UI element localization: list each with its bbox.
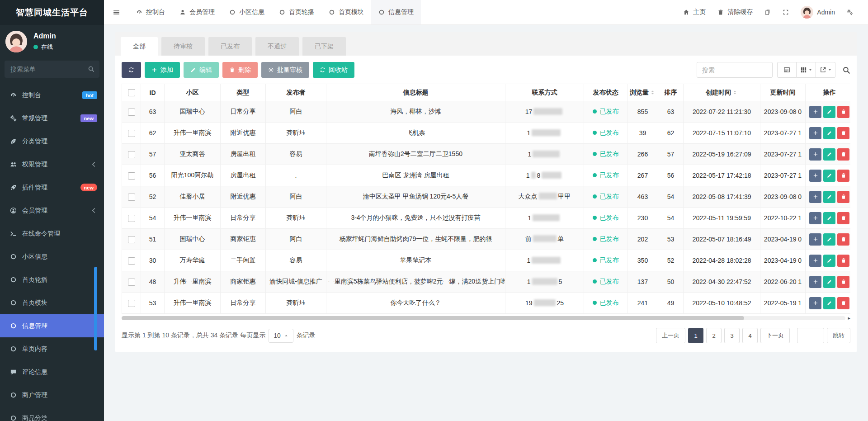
topnav-item-信息管理[interactable]: 信息管理 [371,0,421,24]
sidebar-item-商户管理[interactable]: 商户管理 [0,383,104,407]
row-plus-button[interactable] [809,233,821,246]
row-edit-button[interactable] [823,255,835,267]
row-plus-button[interactable] [809,276,821,288]
row-checkbox[interactable] [128,109,135,116]
fullscreen-button[interactable] [777,0,795,24]
tab-待审核[interactable]: 待审核 [161,37,205,56]
row-plus-button[interactable] [809,191,821,203]
row-del-button[interactable] [837,297,849,309]
header-checkbox[interactable] [128,89,135,96]
row-edit-button[interactable] [823,170,835,182]
row-del-button[interactable] [837,170,849,182]
row-del-button[interactable] [837,276,849,288]
detail-view-button[interactable] [777,62,797,78]
recycle-bin-button[interactable]: 回收站 [313,62,354,78]
tab-不通过[interactable]: 不通过 [255,37,299,56]
fixed-column-arrow-icon[interactable]: ▸ [848,316,850,321]
prev-page-button[interactable]: 上一页 [656,328,685,343]
page-button-4[interactable]: 4 [742,328,758,343]
settings-button[interactable] [841,0,859,24]
row-edit-button[interactable] [823,191,835,203]
jump-page-input[interactable] [797,328,824,343]
jump-button[interactable]: 跳转 [827,328,850,343]
topnav-item-控制台[interactable]: 控制台 [129,0,172,24]
hamburger-menu-button[interactable] [104,0,129,24]
table-search-input[interactable] [697,62,773,78]
row-plus-button[interactable] [809,255,821,267]
row-edit-button[interactable] [823,148,835,161]
avatar[interactable] [5,31,27,52]
row-plus-button[interactable] [809,170,821,182]
row-checkbox[interactable] [128,151,135,158]
home-button[interactable]: 主页 [677,0,712,24]
sidebar-item-小区信息[interactable]: 小区信息 [0,245,104,268]
topnav-item-首页模块[interactable]: 首页模块 [321,0,371,24]
row-checkbox[interactable] [128,300,135,307]
tab-全部[interactable]: 全部 [121,37,158,56]
row-del-button[interactable] [837,191,849,203]
next-page-button[interactable]: 下一页 [760,328,790,343]
row-del-button[interactable] [837,233,849,246]
row-edit-button[interactable] [823,233,835,246]
delete-button[interactable]: 删除 [222,62,258,78]
sidebar-item-评论信息[interactable]: 评论信息 [0,360,104,383]
row-edit-button[interactable] [823,106,835,118]
topnav-item-会员管理[interactable]: 会员管理 [172,0,222,24]
row-del-button[interactable] [837,106,849,118]
row-del-button[interactable] [837,212,849,224]
add-button[interactable]: 添加 [145,62,180,78]
page-size-dropdown[interactable]: 10 [269,329,293,343]
sidebar-item-控制台[interactable]: 控制台hot [0,84,104,107]
row-plus-button[interactable] [809,297,821,309]
row-del-button[interactable] [837,255,849,267]
row-plus-button[interactable] [809,127,821,139]
topnav-item-小区信息[interactable]: 小区信息 [222,0,272,24]
edit-button[interactable]: 编辑 [184,62,219,78]
row-del-button[interactable] [837,148,849,161]
row-edit-button[interactable] [823,127,835,139]
sidebar-item-首页轮播[interactable]: 首页轮播 [0,268,104,291]
row-checkbox[interactable] [128,236,135,243]
row-edit-button[interactable] [823,212,835,224]
row-checkbox[interactable] [128,172,135,180]
page-button-3[interactable]: 3 [724,328,740,343]
row-plus-button[interactable] [809,148,821,161]
page-button-2[interactable]: 2 [706,328,722,343]
sidebar-item-信息管理[interactable]: 信息管理 [0,314,104,337]
sidebar-item-会员管理[interactable]: 会员管理 [0,199,104,222]
sidebar-item-常规管理[interactable]: 常规管理new [0,107,104,130]
tab-已发布[interactable]: 已发布 [208,37,252,56]
row-checkbox[interactable] [128,130,135,137]
batch-audit-button[interactable]: 批量审核 [261,62,309,78]
refresh-button[interactable] [122,62,141,78]
sidebar-item-在线命令管理[interactable]: 在线命令管理 [0,222,104,245]
row-del-button[interactable] [837,127,849,139]
sidebar-item-插件管理[interactable]: 插件管理new [0,176,104,199]
topnav-item-首页轮播[interactable]: 首页轮播 [272,0,321,24]
row-checkbox[interactable] [128,215,135,222]
sidebar-item-权限管理[interactable]: 权限管理 [0,153,104,176]
menu-search-input[interactable] [5,61,99,78]
hscroll-track[interactable] [122,316,845,320]
export-dropdown-button[interactable] [816,62,835,78]
page-button-1[interactable]: 1 [688,328,703,343]
hscroll-thumb[interactable] [122,316,744,320]
row-plus-button[interactable] [809,106,821,118]
search-toggle-icon[interactable] [842,66,850,74]
row-edit-button[interactable] [823,297,835,309]
tabs-mode-button[interactable] [759,0,777,24]
row-checkbox[interactable] [128,257,135,265]
clear-cache-button[interactable]: 清除缓存 [712,0,759,24]
row-edit-button[interactable] [823,276,835,288]
row-checkbox[interactable] [128,279,135,286]
sidebar-item-单页内容[interactable]: 单页内容 [0,337,104,360]
row-plus-button[interactable] [809,212,821,224]
tab-已下架[interactable]: 已下架 [302,37,346,56]
sidebar-item-首页模块[interactable]: 首页模块 [0,291,104,314]
sidebar-item-商品分类[interactable]: 商品分类 [0,407,104,421]
user-menu[interactable]: Admin [795,0,841,24]
columns-dropdown-button[interactable] [797,62,816,78]
sidebar-item-分类管理[interactable]: 分类管理 [0,130,104,153]
sidebar-scrollbar-thumb[interactable] [94,267,97,350]
row-checkbox[interactable] [128,194,135,201]
